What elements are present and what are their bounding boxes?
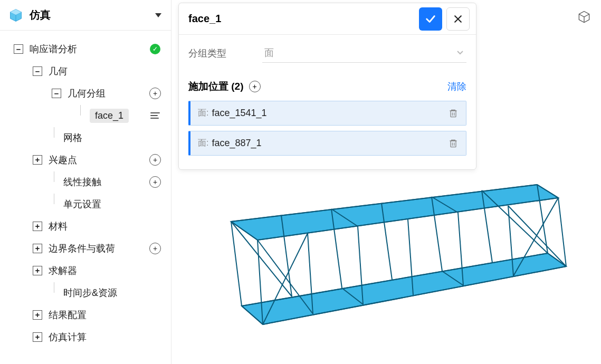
svg-line-37 [331,209,358,226]
tree-label: 结果配置 [49,309,167,321]
tree-item-linear-contact[interactable]: 线性接触 + [4,171,167,193]
tree-label: 网格 [63,131,167,144]
svg-line-17 [308,233,313,314]
tree-label: 几何 [49,65,167,78]
svg-line-25 [331,209,342,288]
position-item-list: 面: face_1541_1 面: face_887_1 [188,101,466,156]
svg-rect-6 [451,111,456,117]
svg-line-46 [257,198,558,240]
sidebar-header: 仿真 [0,0,171,31]
tree-item-solver[interactable]: + 求解器 [4,260,167,282]
svg-line-24 [281,215,292,296]
svg-line-20 [458,213,463,285]
tree-item-boundary-loads[interactable]: + 边界条件与载荷 + [4,237,167,260]
svg-line-28 [482,190,492,263]
svg-line-38 [432,197,458,213]
position-section-header: 施加位置 (2) + 清除 [188,80,466,93]
tree-item-mesh[interactable]: 网格 [4,127,167,149]
tree-label: 兴趣点 [49,154,148,166]
expand-icon[interactable]: + [33,244,42,253]
tree-item-geometry[interactable]: − 几何 [4,60,167,82]
clear-button[interactable]: 清除 [447,80,466,93]
tree-item-analysis-root[interactable]: − 响应谱分析 ✓ [4,38,167,60]
svg-line-31 [263,233,308,324]
add-button[interactable]: + [148,241,163,256]
close-button[interactable] [446,7,470,31]
svg-line-27 [432,197,442,271]
expand-icon[interactable]: + [33,155,42,165]
svg-marker-14 [231,185,558,240]
item-name: face_1541_1 [212,108,448,119]
svg-line-26 [381,203,392,280]
tree-label: face_1 [90,109,129,123]
tree-item-timestep-resources[interactable]: 时间步&资源 [4,282,167,304]
svg-line-44 [263,266,566,324]
svg-line-22 [558,198,566,266]
tree-item-face-1[interactable]: face_1 [4,104,167,127]
expand-icon[interactable]: + [33,266,42,275]
expand-icon[interactable]: + [33,310,42,320]
tree-item-element-settings[interactable]: 单元设置 [4,193,167,215]
svg-marker-15 [242,253,566,324]
tree-label: 时间步&资源 [63,286,167,299]
chevron-down-icon [456,50,464,56]
select-value: 面 [264,46,274,59]
add-button[interactable]: + [148,175,163,189]
item-prefix: 面: [198,138,208,149]
svg-line-47 [231,185,537,222]
svg-marker-3 [155,13,161,17]
item-name: face_887_1 [212,138,448,149]
position-section-title: 施加位置 (2) [188,80,244,93]
svg-line-45 [242,253,548,306]
viewport-cube-icon[interactable] [577,9,592,24]
svg-line-19 [408,219,413,295]
svg-line-40 [242,306,263,324]
tree-item-materials[interactable]: + 材料 [4,215,167,237]
group-type-select[interactable]: 面 [262,43,466,63]
delete-icon[interactable] [448,138,459,149]
svg-line-36 [231,222,257,240]
tree-view: − 响应谱分析 ✓ − 几何 − 几何分组 + face_1 [0,31,171,356]
add-button[interactable]: + [148,152,163,167]
svg-line-35 [482,190,548,253]
panel-title: face_1 [188,13,415,25]
collapse-icon[interactable]: − [33,66,42,76]
collapse-icon[interactable]: − [14,44,23,54]
tree-label: 求解器 [49,264,167,277]
collapse-icon[interactable]: − [52,89,61,98]
position-item[interactable]: 面: face_1541_1 [188,101,466,126]
tree-label: 几何分组 [68,87,148,100]
tree-label: 线性接触 [63,176,148,188]
panel-header: face_1 [179,3,476,35]
expand-icon[interactable]: + [33,222,42,231]
add-button[interactable]: + [148,86,163,101]
svg-line-41 [342,288,363,304]
svg-line-16 [257,240,263,324]
delete-icon[interactable] [448,108,459,119]
add-position-button[interactable]: + [249,81,261,92]
tree-label: 材料 [49,220,167,233]
position-item[interactable]: 面: face_887_1 [188,131,466,156]
tree-item-result-config[interactable]: + 结果配置 [4,304,167,326]
svg-line-18 [358,226,363,304]
svg-line-23 [231,222,242,306]
tree-label: 单元设置 [63,198,167,210]
tree-label: 响应谱分析 [30,43,148,55]
sidebar-dropdown-caret[interactable] [154,12,163,18]
svg-line-30 [257,240,313,314]
tree-item-simulation-compute[interactable]: + 仿真计算 [4,326,167,348]
tree-item-interest-points[interactable]: + 兴趣点 + [4,149,167,171]
svg-line-33 [513,198,558,276]
expand-icon[interactable]: + [33,332,42,342]
menu-icon[interactable] [148,108,163,123]
confirm-button[interactable] [419,7,442,31]
status-ok-icon: ✓ [148,42,163,56]
tree-item-geometry-group[interactable]: − 几何分组 + [4,82,167,104]
svg-line-43 [548,253,566,266]
panel-body: 分组类型 面 施加位置 (2) + 清除 面: face_1541_1 [179,35,476,169]
sidebar-title: 仿真 [30,8,154,22]
properties-panel: face_1 分组类型 面 施加位置 (2) + 清除 [178,3,476,170]
svg-line-42 [442,271,463,285]
tree-label: 边界条件与载荷 [49,242,148,255]
app-logo-icon [8,8,23,23]
